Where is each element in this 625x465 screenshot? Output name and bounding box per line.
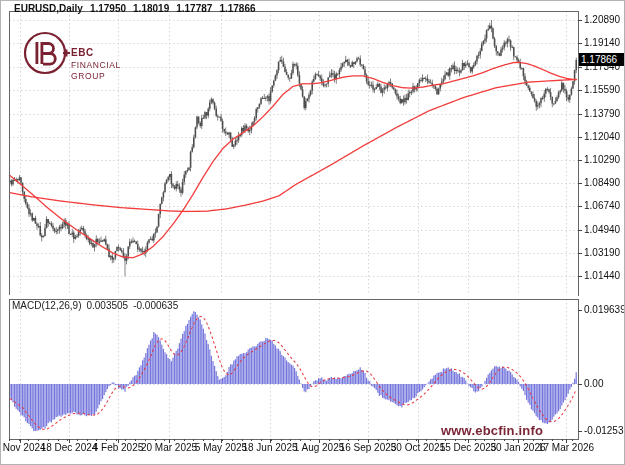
date-axis-label: 4 Feb 2025 <box>93 442 144 453</box>
macd-axis-label: 0.019639 <box>584 304 625 315</box>
date-axis-label: 17 Mar 2026 <box>538 442 594 453</box>
date-axis-label: 1 Aug 2025 <box>294 442 345 453</box>
date-axis-label: 18 Jun 2025 <box>242 442 297 453</box>
logo-line2: FINANCIAL <box>71 61 121 70</box>
macd-signal-value: -0.000635 <box>133 300 178 311</box>
ohlc-low: 1.17787 <box>176 3 212 14</box>
current-price-tag: 1.17866 <box>579 53 625 66</box>
price-axis-label: 1.13790 <box>584 108 620 119</box>
ohlc-close: 1.17866 <box>219 3 255 14</box>
price-axis-label: 1.10290 <box>584 154 620 165</box>
price-axis-label: 1.19140 <box>584 37 620 48</box>
price-axis-label: 1.08490 <box>584 177 620 188</box>
ebc-logo: EBC FINANCIAL GROUP <box>23 29 153 83</box>
ohlc-high: 1.18019 <box>133 3 169 14</box>
macd-name: MACD(12,26,9) <box>12 300 81 311</box>
chart-window: EURUSD,Daily1.179501.180191.177871.17866… <box>0 0 625 465</box>
macd-value: 0.003505 <box>86 300 128 311</box>
ebc-logo-text: EBC FINANCIAL GROUP <box>71 48 121 80</box>
price-axis-label: 1.20890 <box>584 14 620 25</box>
price-axis-label: 1.15590 <box>584 84 620 95</box>
pane-splitter[interactable] <box>9 295 578 299</box>
price-axis-label: 1.01440 <box>584 270 620 281</box>
date-axis-label: 15 Dec 2025 <box>440 442 497 453</box>
price-axis-label: 1.06740 <box>584 200 620 211</box>
date-axis-label: 16 Sep 2025 <box>340 442 397 453</box>
date-axis-label: 18 Dec 2024 <box>41 442 98 453</box>
macd-indicator-label: MACD(12,26,9)0.003505-0.000635 <box>12 300 183 311</box>
logo-line1: EBC <box>71 48 121 58</box>
date-axis-label: 20 Mar 2025 <box>141 442 197 453</box>
watermark-link[interactable]: www.ebcfin.info <box>441 423 543 438</box>
macd-axis-label: 0.00 <box>584 378 603 389</box>
macd-axis-label: -0.012531 <box>584 425 625 436</box>
date-axis-label: 4 Nov 2024 <box>0 442 46 453</box>
price-axis-label: 1.04940 <box>584 224 620 235</box>
price-axis-label: 1.12040 <box>584 131 620 142</box>
logo-line3: GROUP <box>71 72 121 81</box>
chart-title: EURUSD,Daily1.179501.180191.177871.17866 <box>14 3 263 14</box>
price-axis-label: 1.03190 <box>584 247 620 258</box>
ohlc-open: 1.17950 <box>90 3 126 14</box>
symbol-timeframe-label: EURUSD,Daily <box>14 3 83 14</box>
date-axis-label: 5 May 2025 <box>195 442 247 453</box>
date-axis-label: 30 Oct 2025 <box>391 442 445 453</box>
